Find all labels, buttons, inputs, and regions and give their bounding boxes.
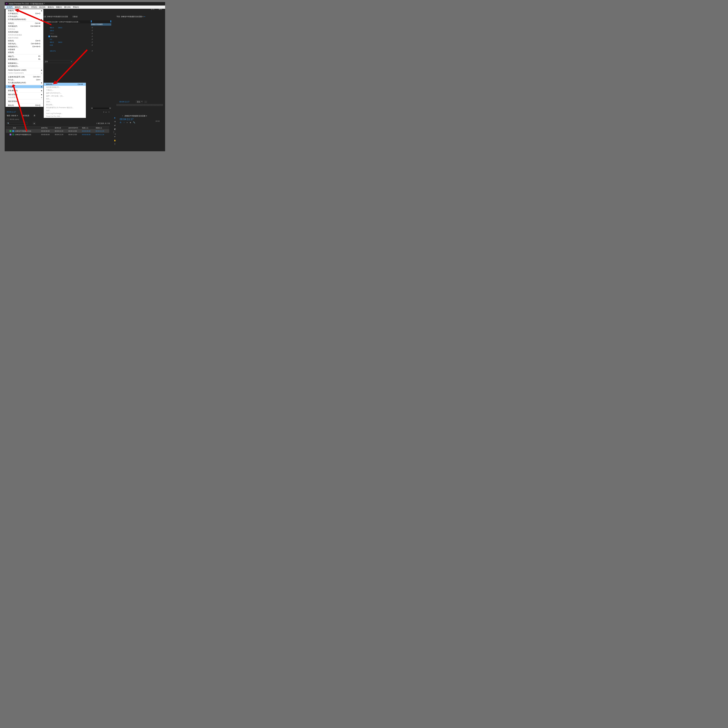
razor-tool[interactable]: ◩: [113, 128, 116, 130]
table-row[interactable]: 赤峰翁牛特旗摄影活动00:00:00:0000:04:11:2400:04:12…: [6, 133, 109, 136]
effect-mini-clip[interactable]: 赤峰翁牛特旗摄影: [91, 23, 111, 26]
file-menu-item[interactable]: 链接媒体(L)...: [6, 62, 43, 65]
menu-view[interactable]: 视图(V): [55, 6, 63, 9]
workspace-learn[interactable]: 学习: [151, 8, 154, 10]
prop-rotation[interactable]: 0.0↺: [44, 38, 94, 41]
reset-icon[interactable]: ↺: [92, 32, 93, 35]
svg-marker-2: [12, 84, 28, 132]
file-menu-item[interactable]: 保存(S)Ctrl+S: [6, 39, 43, 42]
menu-help[interactable]: 帮助(H): [72, 6, 80, 9]
reset-icon[interactable]: ↺: [92, 38, 93, 40]
close-icon[interactable]: ×: [122, 115, 123, 117]
file-menu-item[interactable]: 设为脱机(O)...: [6, 65, 43, 67]
prop-anchor[interactable]: 960.0540.0↺: [44, 41, 94, 44]
prop-uniform-scale[interactable]: ✓等比缩放↺: [44, 35, 94, 38]
program-time-ruler[interactable]: [116, 104, 163, 106]
linked-selection-icon[interactable]: ▸: [127, 121, 128, 124]
libraries-tab[interactable]: 库: [34, 115, 35, 117]
program-timecode[interactable]: 00:04:11:17: [119, 101, 130, 103]
new-bin-icon[interactable]: ▣: [33, 122, 35, 125]
reset-icon[interactable]: ↺: [92, 50, 93, 52]
export-menu-item: 标记(M)...: [44, 103, 86, 106]
file-menu-item[interactable]: 导入(I)...Ctrl+I: [6, 78, 43, 81]
menu-graphics[interactable]: 图形(G): [47, 6, 55, 9]
effect-properties: 960.0540.0↺ 100.0↺ 100.0↺ ✓等比缩放↺ 0.0↺ 96…: [44, 26, 94, 52]
submenu-arrow-icon: ▶: [41, 72, 42, 74]
in-point-marker[interactable]: [91, 20, 92, 23]
scroll-handle-right[interactable]: [109, 108, 111, 109]
export-menu-item: 字幕(C)...: [44, 89, 86, 92]
file-menu-item: Adobe Anywhere(H)▶: [6, 72, 43, 74]
submenu-arrow-icon: ▶: [41, 86, 42, 87]
menu-edit[interactable]: 编辑(E): [14, 6, 22, 9]
timeline-sequence-tab[interactable]: ×赤峰翁牛特旗摄影活动花絮 ≡: [113, 114, 164, 118]
search-icon: 🔍: [8, 122, 9, 124]
col-media-end[interactable]: 媒体结束: [55, 127, 68, 129]
file-menu-item[interactable]: 另存为(A)...Ctrl+Shift+S: [6, 42, 43, 45]
export-menu-item: Avid Log Exchange...: [44, 112, 86, 115]
workspace-tabs: 学习 组件: [151, 8, 162, 10]
col-video-in[interactable]: 视频入点: [82, 127, 95, 129]
scroll-handle-left[interactable]: [91, 108, 93, 109]
reset-icon[interactable]: ↺: [92, 41, 93, 43]
reset-icon[interactable]: ↺: [92, 27, 93, 29]
type-tool[interactable]: T: [113, 143, 116, 145]
source-panel-icons: ▾ ▸ ⇪: [103, 111, 110, 113]
submenu-arrow-icon: ▶: [41, 90, 42, 92]
slip-tool[interactable]: |↔|: [113, 132, 116, 134]
snap-icon[interactable]: ⁂: [120, 121, 121, 124]
file-menu-item[interactable]: 还原(R): [6, 51, 43, 54]
marker-icon[interactable]: ◆: [130, 121, 131, 124]
checkbox-on-icon[interactable]: ✓: [48, 35, 50, 37]
ripple-edit-tool[interactable]: ⇄: [113, 124, 116, 127]
col-video-out[interactable]: 视频出点: [96, 127, 109, 129]
file-menu-item[interactable]: 批量捕捉(B)...F6: [6, 58, 43, 61]
magnet-icon[interactable]: ∩: [124, 121, 125, 124]
app-logo: Pr: [6, 3, 8, 5]
file-menu-item[interactable]: 保存副本(Y)...Ctrl+Alt+S: [6, 45, 43, 48]
file-menu-item[interactable]: 捕捉(T)...F5: [6, 55, 43, 58]
project-selection-status: 1 项已选择, 共 2 项: [96, 122, 110, 124]
col-duration[interactable]: 媒体持续时间: [69, 127, 82, 129]
reset-icon[interactable]: ↺: [92, 35, 93, 37]
hand-tool[interactable]: ✋: [113, 139, 116, 142]
prop-position[interactable]: 960.0540.0↺: [44, 26, 94, 29]
settings-wrench-icon[interactable]: 🔧: [133, 121, 135, 124]
file-menu-item[interactable]: 关闭所有项目: [6, 31, 43, 34]
submenu-arrow-icon: ▶: [41, 94, 42, 95]
menu-file[interactable]: 文件(F): [6, 6, 14, 9]
svg-marker-0: [15, 8, 52, 25]
pen-tool[interactable]: ✒: [113, 135, 116, 138]
menu-clip[interactable]: 剪辑(C): [22, 6, 30, 9]
menu-sequence[interactable]: 序列(S): [30, 6, 38, 9]
out-point-marker[interactable]: [110, 20, 111, 23]
reset-icon[interactable]: ↺: [92, 29, 93, 32]
file-menu-item[interactable]: 导入最近使用的文件(F)▶: [6, 81, 43, 84]
file-menu-item[interactable]: Adobe Dynamic Link(K)▶: [6, 69, 43, 72]
zoom-select[interactable]: 适合: [136, 101, 143, 103]
reset-icon[interactable]: ↺: [92, 44, 93, 46]
effect-mini-scrollbar[interactable]: [91, 107, 111, 109]
file-menu-item[interactable]: 全部保存: [6, 48, 43, 51]
export-menu-item: 将选择项导出为 Premiere 项目(S)...: [44, 106, 86, 109]
program-panel-title: 节目: 赤峰翁牛特旗摄影活动花絮 ≡▾: [116, 15, 145, 18]
play-icon[interactable]: ▸: [106, 111, 107, 113]
prop-scale[interactable]: 100.0↺: [44, 29, 94, 32]
funnel-icon[interactable]: ▾: [103, 111, 104, 113]
export-frame-icon[interactable]: ⇪: [108, 111, 110, 113]
settings-icon[interactable]: ⬚: [144, 101, 147, 103]
metadata-tab[interactable]: 元数据: [72, 15, 78, 18]
export-menu-item: EDL...: [44, 98, 86, 100]
menu-window[interactable]: 窗口(W): [63, 6, 72, 9]
file-menu-item[interactable]: 从媒体浏览器导入(M)Ctrl+Alt+I: [6, 75, 43, 78]
label-color-swatch[interactable]: [10, 134, 11, 135]
menu-marker[interactable]: 标记(M): [38, 6, 47, 9]
export-menu-item: AAF...: [44, 109, 86, 112]
export-menu-item: 磁带 (DV/HDV)(T)...: [44, 92, 86, 95]
prop-anti-flicker[interactable]: 0.00↺: [44, 44, 94, 47]
col-media-start[interactable]: 媒体开始: [41, 127, 55, 129]
svg-marker-1: [53, 49, 88, 84]
workspace-assembly[interactable]: 组件: [159, 8, 162, 10]
annotation-arrow-2: [53, 49, 88, 85]
export-menu-item: 动态图形模板(R)...: [44, 86, 86, 89]
